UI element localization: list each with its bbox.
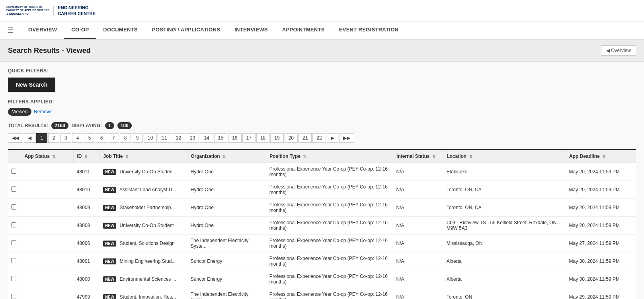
pagination-page-18[interactable]: 18	[256, 133, 269, 143]
row-checkbox[interactable]	[11, 276, 16, 281]
cell-title[interactable]: NEW Environmental Sciences ...	[100, 270, 187, 288]
nav-interviews[interactable]: INTERVIEWS	[227, 21, 275, 39]
cell-checkbox[interactable]	[8, 288, 21, 299]
cell-location: Mississauga, ON	[443, 235, 566, 252]
nav-event-registration[interactable]: EVENT REGISTRATION	[332, 21, 406, 39]
pagination-page-1[interactable]: 1	[36, 133, 47, 143]
cell-title[interactable]: NEW University Co-Op Studen...	[100, 163, 187, 181]
job-title-text[interactable]: Stakeholder Partnership...	[120, 205, 175, 210]
cell-title[interactable]: NEW Stakeholder Partnership...	[100, 199, 187, 217]
table-row[interactable]: 48011 NEW University Co-Op Studen... Hyd…	[8, 163, 636, 181]
cell-org[interactable]: Hydro One	[187, 217, 266, 235]
sort-icon-id[interactable]: ⇅	[84, 154, 88, 159]
nav-coop[interactable]: CO-OP	[64, 21, 96, 39]
cell-checkbox[interactable]	[8, 199, 21, 217]
cell-checkbox[interactable]	[8, 235, 21, 252]
pagination-page-6[interactable]: 6	[96, 133, 107, 143]
pagination-prev[interactable]: ◀	[24, 133, 35, 143]
table-row[interactable]: 47999 NEW Student, Innovation, Res... Th…	[8, 288, 636, 299]
pagination-page-19[interactable]: 19	[270, 133, 283, 143]
table-header-row: App Status ⇅ ID ⇅ Job Title ⇅ Organizati…	[8, 150, 636, 163]
table-row[interactable]: 48008 NEW University Co-Op Student Hydro…	[8, 217, 636, 235]
job-title-text[interactable]: Student, Solutions Design	[120, 241, 175, 246]
job-title-text[interactable]: Environmental Sciences ...	[120, 276, 176, 282]
cell-title[interactable]: NEW University Co-Op Student	[100, 217, 187, 235]
row-checkbox[interactable]	[11, 240, 16, 245]
cell-title[interactable]: NEW Student, Solutions Design	[100, 235, 187, 252]
job-title-text[interactable]: Mining Engineering Stud...	[120, 258, 176, 264]
filter-remove-viewed[interactable]: Remove	[34, 109, 52, 115]
new-search-button[interactable]: New Search	[8, 78, 55, 92]
cell-title[interactable]: NEW Student, Innovation, Res...	[100, 288, 187, 299]
sort-icon-pos[interactable]: ⇅	[303, 154, 306, 159]
cell-org[interactable]: Suncor Energy	[187, 270, 266, 288]
job-title-text[interactable]: Student, Innovation, Res...	[120, 294, 176, 299]
row-checkbox[interactable]	[11, 258, 16, 263]
pagination-page-2[interactable]: 2	[48, 133, 59, 143]
pagination-page-4[interactable]: 4	[72, 133, 83, 143]
overview-button[interactable]: ◀ Overview	[601, 45, 636, 56]
pagination-page-14[interactable]: 14	[200, 133, 213, 143]
row-checkbox[interactable]	[11, 294, 16, 299]
cell-org[interactable]: Hydro One	[187, 181, 266, 199]
cell-org[interactable]: Hydro One	[187, 163, 266, 181]
pagination-next[interactable]: ▶	[327, 133, 338, 143]
cell-checkbox[interactable]	[8, 270, 21, 288]
sort-icon-dead[interactable]: ⇅	[602, 154, 605, 159]
table-row[interactable]: 48006 NEW Student, Solutions Design The …	[8, 235, 636, 252]
pagination-page-13[interactable]: 13	[186, 133, 199, 143]
cell-org[interactable]: Hydro One	[187, 199, 266, 217]
cell-org[interactable]: The Independent Electricity Syste...	[187, 235, 266, 252]
cell-checkbox[interactable]	[8, 181, 21, 199]
pagination-page-22[interactable]: 22	[312, 133, 326, 143]
pagination-page-17[interactable]: 17	[242, 133, 256, 143]
hamburger-menu[interactable]: ☰	[0, 21, 21, 39]
sort-icon-status[interactable]: ⇅	[52, 154, 55, 159]
pagination-page-5[interactable]: 5	[84, 133, 95, 143]
job-title-text[interactable]: Assistant Load Analyst U...	[119, 187, 176, 192]
pagination-page-16[interactable]: 16	[228, 133, 241, 143]
nav-posting-applications[interactable]: POSTING / APPLICATIONS	[145, 21, 227, 39]
cell-id: 48008	[74, 217, 100, 235]
pagination-page-11[interactable]: 11	[158, 133, 171, 143]
cell-checkbox[interactable]	[8, 252, 21, 270]
cell-status	[21, 288, 74, 299]
pagination-first[interactable]: ◀◀	[8, 133, 23, 143]
cell-org[interactable]: The Independent Electricity Syste...	[187, 288, 266, 299]
nav-documents[interactable]: DOCUMENTS	[96, 21, 144, 39]
sort-icon-title[interactable]: ⇅	[125, 154, 129, 159]
sort-icon-org[interactable]: ⇅	[222, 154, 226, 159]
cell-checkbox[interactable]	[8, 163, 21, 181]
row-checkbox[interactable]	[11, 186, 16, 192]
nav-appointments[interactable]: APPOINTMENTS	[275, 21, 332, 39]
table-row[interactable]: 48001 NEW Mining Engineering Stud... Sun…	[8, 252, 636, 270]
pagination-page-20[interactable]: 20	[285, 133, 298, 143]
cell-id: 48000	[74, 270, 100, 288]
table-row[interactable]: 48000 NEW Environmental Sciences ... Sun…	[8, 270, 636, 288]
cell-status	[21, 199, 74, 217]
nav-overview[interactable]: OVERVIEW	[21, 21, 64, 39]
row-checkbox[interactable]	[11, 204, 16, 210]
pagination-page-12[interactable]: 12	[172, 133, 185, 143]
table-row[interactable]: 48010 NEW Assistant Load Analyst U... Hy…	[8, 181, 636, 199]
table-row[interactable]: 48009 NEW Stakeholder Partnership... Hyd…	[8, 199, 636, 217]
pagination-page-8[interactable]: 8	[120, 133, 131, 143]
job-title-text[interactable]: University Co-Op Student	[120, 223, 174, 228]
row-checkbox[interactable]	[11, 169, 16, 174]
cell-org[interactable]: Suncor Energy	[187, 252, 266, 270]
pagination-page-21[interactable]: 21	[299, 133, 312, 143]
pagination-page-3[interactable]: 3	[60, 133, 71, 143]
cell-id: 48011	[74, 163, 100, 181]
pagination-page-10[interactable]: 10	[144, 133, 157, 143]
job-title-text[interactable]: University Co-Op Studen...	[120, 169, 177, 175]
cell-title[interactable]: NEW Mining Engineering Stud...	[100, 252, 187, 270]
pagination-page-7[interactable]: 7	[108, 133, 119, 143]
sort-icon-loc[interactable]: ⇅	[469, 154, 472, 159]
pagination-page-9[interactable]: 9	[132, 133, 143, 143]
row-checkbox[interactable]	[11, 222, 16, 227]
sort-icon-int[interactable]: ⇅	[432, 154, 435, 159]
pagination-page-15[interactable]: 15	[214, 133, 227, 143]
cell-title[interactable]: NEW Assistant Load Analyst U...	[100, 181, 187, 199]
pagination-last[interactable]: ▶▶	[339, 133, 354, 143]
cell-checkbox[interactable]	[8, 217, 21, 235]
